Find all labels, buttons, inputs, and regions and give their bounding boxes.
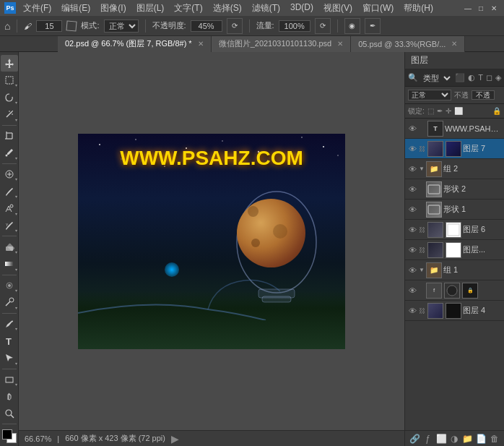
menu-layer[interactable]: 图层(L) — [132, 1, 169, 16]
menu-image[interactable]: 图像(I) — [96, 1, 130, 16]
menu-edit[interactable]: 编辑(E) — [57, 1, 95, 16]
layer-row-4[interactable]: 👁 ⛓ 图层 4 — [405, 301, 504, 321]
layer-row-6[interactable]: 👁 ⛓ 图层 6 — [405, 220, 504, 240]
eyedropper-tool[interactable]: ▾ — [1, 145, 18, 161]
layer-row-shape2[interactable]: 👁 形状 2 — [405, 179, 504, 200]
menu-help[interactable]: 帮助(H) — [399, 1, 438, 16]
layer-row-group2[interactable]: 👁 ▼ 📁 组 2 — [405, 159, 504, 179]
menu-text[interactable]: 文字(T) — [170, 1, 207, 16]
layers-filter-icons: ⬛ ◐ T ◻ ◈ — [455, 73, 501, 82]
menu-filter[interactable]: 滤镜(T) — [248, 1, 284, 16]
menu-3d[interactable]: 3D(D) — [286, 1, 318, 16]
menu-view[interactable]: 视图(V) — [319, 1, 357, 16]
lock-paint-btn[interactable]: ✒ — [437, 107, 443, 115]
layer-name: 图层 4 — [463, 305, 502, 316]
new-layer-btn[interactable]: 📄 — [474, 432, 487, 445]
dodge-tool[interactable]: ▾ — [1, 294, 18, 311]
group-collapse-arrow[interactable]: ▼ — [419, 166, 425, 172]
link-layers-btn[interactable]: 🔗 — [408, 432, 421, 445]
crop-tool[interactable] — [1, 128, 18, 145]
tablet-pressure-btn[interactable]: ✒ — [365, 18, 381, 34]
heal-brush-tool[interactable]: ▾ — [1, 166, 18, 183]
titlebar: Ps 文件(F) 编辑(E) 图像(I) 图层(L) 文字(T) 选择(S) 滤… — [0, 0, 504, 16]
brush-shape-btn[interactable] — [66, 21, 77, 31]
flow-icon-btn[interactable]: ⟳ — [315, 18, 331, 34]
svg-rect-18 — [5, 262, 14, 266]
rect-marquee-tool[interactable]: ▾ — [1, 72, 18, 89]
move-tool[interactable] — [1, 55, 18, 72]
opacity-input[interactable] — [191, 20, 222, 32]
menu-file[interactable]: 文件(F) — [19, 1, 56, 16]
layer-row-text[interactable]: 👁 T WWW.PSAHZ.C... — [405, 119, 504, 139]
clone-stamp-tool[interactable]: ▾ — [1, 200, 18, 217]
layer-blend-mode-select[interactable]: 正常 — [408, 90, 451, 100]
menu-window[interactable]: 窗口(W) — [358, 1, 398, 16]
blend-mode-select[interactable]: 正常 — [104, 20, 139, 33]
zoom-tool[interactable] — [1, 406, 18, 422]
history-brush-tool[interactable]: Y ▾ — [1, 218, 18, 234]
close-button[interactable]: ✕ — [488, 2, 500, 14]
tab-close-btn3[interactable]: ✕ — [451, 40, 457, 48]
eraser-tool[interactable]: ▾ — [1, 239, 18, 255]
add-style-btn[interactable]: ƒ — [422, 432, 435, 445]
blur-tool[interactable]: ▾ — [1, 277, 18, 293]
lock-transparent-btn[interactable]: ⬚ — [427, 107, 434, 115]
brush-size-input[interactable] — [36, 20, 62, 32]
filter-smart-icon[interactable]: ◈ — [495, 73, 501, 82]
tab-02psd[interactable]: 02.psd @ 66.7% (图层 7, RGB/8#) * ✕ — [58, 36, 212, 52]
layer-row-mask[interactable]: 👁 ⛓ 图层... — [405, 240, 504, 260]
layer-visibility-toggle[interactable]: 👁 — [407, 225, 417, 235]
airbrush-btn[interactable]: ◉ — [344, 18, 360, 34]
shape-tool[interactable]: ▾ — [1, 372, 18, 388]
flow-input[interactable] — [279, 20, 310, 32]
scroll-arrow[interactable]: ▶ — [171, 433, 179, 445]
hand-tool[interactable] — [1, 388, 18, 405]
new-group-btn[interactable]: 📁 — [461, 432, 474, 445]
layer-opacity-input[interactable] — [472, 90, 495, 100]
layer-visibility-toggle[interactable]: 👁 — [407, 286, 417, 296]
pen-tool[interactable]: ▾ — [1, 316, 18, 333]
layer-visibility-toggle[interactable]: 👁 — [407, 245, 417, 255]
add-mask-btn[interactable]: ⬜ — [435, 432, 448, 445]
layer-visibility-toggle[interactable]: 👁 — [407, 124, 417, 134]
layer-row-sublayer1[interactable]: 👁 f 🔒 — [405, 280, 504, 301]
delete-layer-btn[interactable]: 🗑 — [488, 432, 501, 445]
lock-all-btn[interactable]: 🔒 — [492, 107, 501, 115]
layer-row-7[interactable]: 👁 ⛓ 图层 7 — [405, 139, 504, 159]
layer-visibility-toggle[interactable]: 👁 — [407, 306, 417, 316]
layer-visibility-toggle[interactable]: 👁 — [407, 164, 417, 174]
new-adjustment-btn[interactable]: ◑ — [448, 432, 461, 445]
tab-close-btn2[interactable]: ✕ — [337, 40, 343, 48]
layer-visibility-toggle[interactable]: 👁 — [407, 205, 417, 215]
magic-wand-tool[interactable]: ▾ — [1, 106, 18, 123]
gradient-tool[interactable]: ▾ — [1, 256, 18, 273]
layer-thumbnail-2 — [446, 303, 461, 319]
layer-row-shape1[interactable]: 👁 形状 1 — [405, 200, 504, 220]
layers-search-bar: 🔍 类型 ⬛ ◐ T ◻ ◈ — [405, 69, 504, 87]
menu-select[interactable]: 选择(S) — [209, 1, 246, 16]
group-collapse-arrow[interactable]: ▼ — [419, 267, 425, 273]
minimize-button[interactable]: — — [462, 2, 474, 14]
filter-pixel-icon[interactable]: ⬛ — [455, 73, 465, 82]
layer-visibility-toggle[interactable]: 👁 — [407, 184, 417, 194]
canvas-wrapper[interactable]: WWW.PSAHZ.COM — [19, 52, 404, 430]
brush-tool[interactable]: ▾ — [1, 183, 18, 200]
layer-visibility-toggle[interactable]: 👁 — [407, 265, 417, 275]
filter-text-icon[interactable]: T — [478, 73, 483, 82]
lasso-tool[interactable]: ▾ — [1, 89, 18, 106]
filter-adjust-icon[interactable]: ◐ — [468, 73, 475, 82]
layers-filter-select[interactable]: 类型 — [420, 73, 453, 83]
tab-05psd[interactable]: 05.psd @ 33.3%(RGB/... ✕ — [351, 36, 465, 52]
lock-artboard-btn[interactable]: ⬜ — [454, 107, 463, 115]
path-select-tool[interactable]: ▾ — [1, 350, 18, 366]
opacity-icon-btn[interactable]: ⟳ — [227, 18, 243, 34]
lock-position-btn[interactable]: ✛ — [446, 107, 451, 115]
text-tool[interactable]: T — [1, 333, 18, 349]
layer-visibility-toggle[interactable]: 👁 — [407, 144, 417, 154]
layer-row-group1[interactable]: 👁 ▼ 📁 组 1 — [405, 260, 504, 280]
tab-close-btn[interactable]: ✕ — [198, 40, 204, 48]
maximize-button[interactable]: □ — [475, 2, 487, 14]
filter-shape-icon[interactable]: ◻ — [486, 73, 492, 82]
tab-wechat[interactable]: 微信图片_20210310101130.psd ✕ — [212, 36, 352, 52]
color-swatch[interactable] — [1, 428, 18, 445]
